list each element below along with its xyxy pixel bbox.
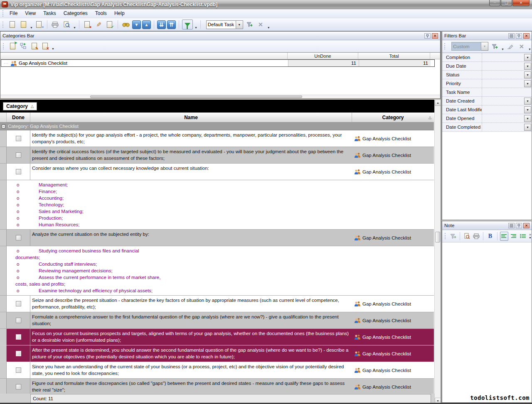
- chevron-down-icon[interactable]: ▼: [524, 54, 531, 61]
- task-checkbox[interactable]: [16, 318, 21, 323]
- filter-value[interactable]: [482, 88, 532, 96]
- column-total[interactable]: Total: [358, 53, 430, 59]
- chevron-down-icon[interactable]: ▼: [524, 98, 531, 105]
- task-row[interactable]: Identify the critical success factors (o…: [0, 147, 434, 164]
- chevron-down-icon[interactable]: ▼: [524, 80, 531, 87]
- menu-view[interactable]: View: [21, 9, 39, 18]
- note-apply-button[interactable]: [449, 232, 457, 241]
- category-row[interactable]: ··· Gap Analysis Checklist 11 11: [1, 59, 435, 67]
- restore-icon[interactable]: [508, 33, 515, 39]
- restore-icon[interactable]: [508, 223, 515, 228]
- column-name[interactable]: Name: [30, 113, 352, 122]
- note-align-right-button[interactable]: [509, 232, 517, 241]
- chevron-down-icon[interactable]: ▼: [52, 47, 54, 52]
- move-down-button[interactable]: ▼: [132, 20, 141, 29]
- new-database-button[interactable]: [7, 20, 17, 29]
- column-category-name[interactable]: [0, 53, 288, 59]
- filter-value[interactable]: [482, 71, 524, 79]
- group-by-category-button[interactable]: Category △: [3, 102, 37, 110]
- bullet-list-row[interactable]: oManagement;oFinance;oAccounting;oTechno…: [0, 180, 434, 230]
- edit-task-button[interactable]: ✎: [94, 20, 103, 29]
- task-checkbox[interactable]: [16, 169, 21, 174]
- chevron-down-icon[interactable]: ▼: [501, 48, 504, 52]
- task-type-combobox[interactable]: Default Task ▼: [206, 20, 243, 29]
- task-checkbox[interactable]: [16, 152, 21, 158]
- task-row[interactable]: Consider areas where you can collect nec…: [0, 164, 434, 180]
- open-database-button[interactable]: [18, 20, 28, 29]
- task-type-value[interactable]: Default Task: [206, 20, 236, 29]
- clear-filter-button[interactable]: [505, 42, 515, 51]
- pin-icon[interactable]: [424, 33, 431, 39]
- new-category-button[interactable]: ➤: [8, 42, 17, 50]
- note-bullet-list-button[interactable]: [519, 232, 527, 241]
- task-row[interactable]: Since you have an understanding of the c…: [0, 362, 434, 379]
- task-row[interactable]: Formulate a comprehensive answer to the …: [0, 312, 434, 329]
- close-icon[interactable]: ✕: [523, 33, 530, 39]
- print-button[interactable]: [50, 20, 60, 29]
- note-print-button[interactable]: [472, 232, 480, 241]
- complete-task-button[interactable]: ✓: [105, 20, 115, 29]
- task-checkbox[interactable]: [16, 301, 21, 306]
- filter-value[interactable]: [482, 97, 524, 105]
- print-preview-button[interactable]: [62, 20, 71, 29]
- menu-tools[interactable]: Tools: [91, 9, 111, 18]
- note-align-left-button[interactable]: [500, 232, 509, 241]
- task-row[interactable]: Figure out and formulate these discrepan…: [0, 379, 434, 394]
- close-icon[interactable]: ✕: [523, 223, 530, 228]
- chevron-down-icon[interactable]: ▼: [236, 20, 243, 29]
- note-preview-button[interactable]: [463, 232, 471, 241]
- delete-button[interactable]: ✕: [256, 20, 266, 29]
- apply-filter-button[interactable]: [490, 42, 500, 51]
- chevron-down-icon[interactable]: ▼: [267, 26, 270, 31]
- filter-preset-combobox[interactable]: Custom ▼: [451, 42, 488, 51]
- edit-category-button[interactable]: ✎: [30, 42, 39, 50]
- chevron-down-icon[interactable]: ▼: [524, 106, 531, 113]
- move-to-top-button[interactable]: ⇈: [167, 20, 176, 29]
- delete-filter-button[interactable]: ✕: [517, 42, 527, 51]
- menu-categories[interactable]: Categories: [60, 9, 91, 18]
- task-checkbox[interactable]: [16, 351, 21, 356]
- scroll-up-icon[interactable]: ▲: [435, 100, 441, 106]
- task-row[interactable]: Identify the subject(s) for your gap ana…: [0, 130, 434, 147]
- new-subcategory-button[interactable]: [19, 42, 28, 50]
- horizontal-scrollbar[interactable]: [0, 95, 440, 98]
- menu-file[interactable]: File: [6, 9, 21, 18]
- chevron-down-icon[interactable]: ▼: [524, 115, 531, 122]
- close-icon[interactable]: ✕: [432, 33, 438, 39]
- task-row[interactable]: Seize and describe the present situation…: [0, 296, 434, 312]
- filter-value[interactable]: [482, 53, 524, 61]
- filter-value[interactable]: [482, 79, 524, 88]
- task-row[interactable]: Focus on your current business prospects…: [0, 329, 434, 345]
- apply-task-type-button[interactable]: [244, 20, 254, 29]
- chevron-down-icon[interactable]: ▼: [528, 48, 531, 52]
- filter-toggle-button[interactable]: [182, 20, 193, 29]
- chevron-down-icon[interactable]: ▼: [195, 26, 197, 31]
- minimize-button[interactable]: –: [489, 0, 500, 6]
- maximize-button[interactable]: ❑: [501, 0, 512, 6]
- filter-value[interactable]: [482, 123, 524, 131]
- task-checkbox[interactable]: [16, 235, 21, 240]
- task-checkbox[interactable]: [16, 384, 21, 389]
- bullet-list-row[interactable]: oStudying concerned business files and f…: [0, 246, 434, 296]
- group-row[interactable]: − Category: Gap Analysis Checklist: [0, 122, 434, 130]
- chevron-down-icon[interactable]: ▼: [524, 63, 531, 70]
- move-to-bottom-button[interactable]: ⇊: [157, 20, 166, 29]
- save-database-button[interactable]: ▪: [34, 20, 44, 29]
- toolbar-overflow-button[interactable]: »▼: [529, 233, 532, 239]
- task-row[interactable]: After the present state is determined, y…: [0, 345, 434, 362]
- vertical-scrollbar[interactable]: ▲ ▼: [434, 100, 441, 404]
- note-bold-button[interactable]: B: [486, 232, 494, 241]
- pin-icon[interactable]: [516, 223, 522, 228]
- note-content[interactable]: todolistsoft.com: [442, 243, 532, 402]
- task-checkbox[interactable]: [16, 367, 21, 373]
- chevron-down-icon[interactable]: ▼: [73, 26, 76, 31]
- filter-preset-value[interactable]: Custom: [451, 42, 481, 51]
- menu-help[interactable]: Help: [111, 9, 128, 18]
- scrollbar-thumb[interactable]: [435, 232, 440, 242]
- column-category[interactable]: Category △: [352, 113, 434, 122]
- task-checkbox[interactable]: [16, 136, 21, 141]
- move-up-button[interactable]: ▲: [142, 20, 151, 29]
- pin-icon[interactable]: [516, 33, 522, 39]
- new-task-button[interactable]: ●: [82, 20, 92, 29]
- close-button[interactable]: ✕: [512, 0, 530, 6]
